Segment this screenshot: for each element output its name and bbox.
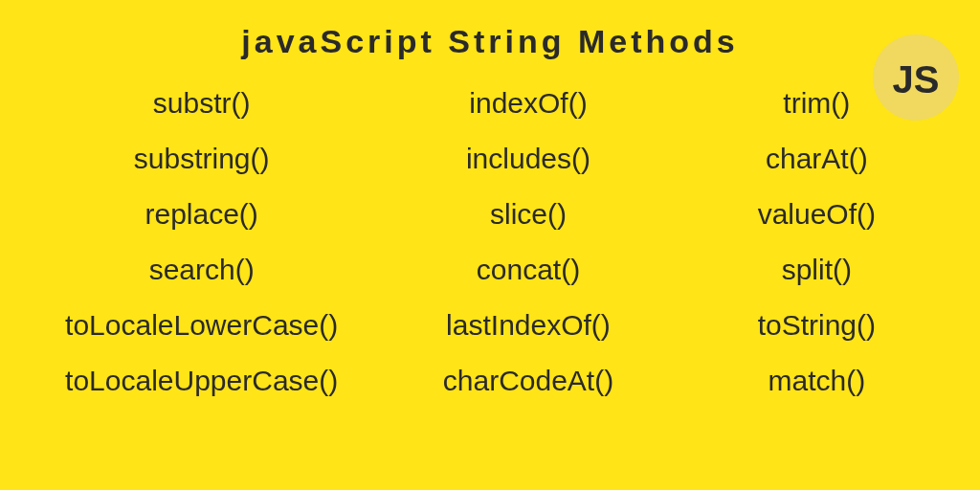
method-item: valueOf() (692, 198, 941, 231)
method-item: search() (39, 254, 365, 286)
page-title: javaScript String Methods (0, 0, 980, 70)
js-logo-text: JS (893, 58, 940, 101)
method-item: substring() (39, 143, 365, 175)
methods-column-3: trim() charAt() valueOf() split() toStri… (692, 87, 941, 397)
js-logo-badge: JS (873, 34, 959, 121)
method-item: lastIndexOf() (385, 309, 672, 342)
method-item: concat() (385, 254, 672, 286)
method-item: charAt() (692, 143, 941, 175)
method-item: slice() (385, 198, 672, 231)
methods-column-1: substr() substring() replace() search() … (39, 87, 365, 397)
method-item: replace() (39, 198, 365, 231)
method-item: toLocaleUpperCase() (39, 365, 365, 397)
method-item: indexOf() (385, 87, 672, 120)
method-item: includes() (385, 143, 672, 175)
method-item: split() (692, 254, 941, 286)
method-item: toString() (692, 309, 941, 342)
method-item: substr() (39, 87, 365, 120)
method-item: charCodeAt() (385, 365, 672, 397)
method-item: match() (692, 365, 941, 397)
method-item: toLocaleLowerCase() (39, 309, 365, 342)
methods-grid: substr() substring() replace() search() … (0, 70, 980, 397)
methods-column-2: indexOf() includes() slice() concat() la… (385, 87, 672, 397)
